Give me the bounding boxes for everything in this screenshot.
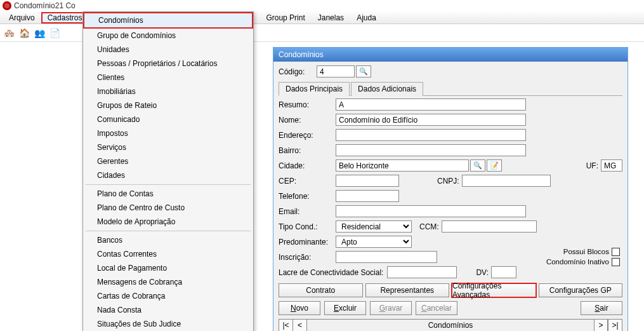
telefone-input[interactable] (336, 190, 399, 202)
email-label: Email: (279, 207, 336, 216)
codigo-input[interactable] (317, 65, 355, 78)
lacre-input[interactable] (387, 266, 457, 278)
app-icon (3, 1, 11, 10)
email-input[interactable] (336, 205, 526, 217)
bairro-label: Bairro: (279, 146, 336, 155)
nav-first-button[interactable]: |< (279, 320, 293, 331)
predominante-select[interactable]: Apto (336, 236, 412, 248)
condominio-inativo-checkbox[interactable] (612, 258, 620, 266)
config-gp-button[interactable]: Configurações GP (539, 283, 623, 297)
nav-prev-button[interactable]: < (293, 320, 307, 331)
window-title-bar: Condomínio21 Co (0, 0, 644, 11)
menu-item[interactable]: Bancos (83, 233, 253, 247)
config-avancadas-button[interactable]: Configurações Avançadas (452, 283, 536, 297)
lacre-label: Lacre de Conectividade Social: (279, 268, 383, 277)
inscricao-input[interactable] (336, 251, 437, 263)
codigo-label: Código: (279, 67, 317, 76)
menu-group-print[interactable]: Group Print (260, 12, 311, 24)
condominios-window: Condomínios Código: 🔍 Dados Principais D… (273, 47, 628, 331)
menu-arquivo[interactable]: Arquivo (3, 12, 41, 24)
uf-input[interactable] (601, 159, 622, 172)
menu-item[interactable]: Grupo de Condomínios (83, 29, 253, 43)
ccm-input[interactable] (442, 220, 537, 233)
resumo-input[interactable] (336, 98, 526, 111)
cadastros-dropdown: Condomínios Grupo de Condomínios Unidade… (82, 11, 254, 331)
menu-item[interactable]: Comunicado (83, 112, 253, 126)
representantes-button[interactable]: Representantes (365, 283, 450, 297)
cep-label: CEP: (279, 177, 336, 186)
excluir-button[interactable]: Excluir (324, 301, 366, 315)
menu-item[interactable]: Nada Consta (83, 303, 253, 317)
menu-item[interactable]: Plano de Contas (83, 187, 253, 201)
tab-dados-adicionais[interactable]: Dados Adicionais (351, 82, 423, 96)
menu-item[interactable]: Cidades (83, 168, 253, 182)
child-window-title: Condomínios (273, 48, 628, 62)
telefone-label: Telefone: (279, 192, 336, 201)
menu-item[interactable]: Situações de Sub Judice (83, 317, 253, 331)
endereco-label: Endereço: (279, 131, 336, 140)
tipo-select[interactable]: Residencial (336, 220, 412, 233)
uf-label: UF: (586, 161, 598, 170)
cnpj-input[interactable] (462, 175, 551, 187)
menu-item-condominios[interactable]: Condomínios (83, 12, 253, 29)
contrato-button[interactable]: Contrato (279, 283, 363, 297)
check-block: Possui Blocos Condomínio Inativo (546, 247, 620, 267)
predominante-label: Predominante: (279, 238, 336, 247)
dv-input[interactable] (491, 266, 516, 278)
menu-item[interactable]: Modelo de Apropriação (83, 215, 253, 229)
novo-button[interactable]: Novo (279, 301, 320, 315)
toolbar-icon-house[interactable]: 🏠 (18, 27, 30, 39)
menu-item[interactable]: Plano de Centro de Custo (83, 201, 253, 215)
menu-janelas[interactable]: Janelas (312, 12, 350, 24)
menu-item[interactable]: Clientes (83, 71, 253, 84)
record-navigator: |< < Condomínios > >| (279, 319, 622, 331)
cnpj-label: CNPJ: (437, 177, 459, 186)
possui-blocos-label: Possui Blocos (563, 248, 609, 255)
dv-label: DV: (476, 268, 489, 277)
resumo-label: Resumo: (279, 100, 336, 109)
endereco-input[interactable] (336, 129, 526, 141)
cidade-edit-icon[interactable]: 📝 (487, 159, 502, 172)
window-title: Condomínio21 Co (14, 1, 76, 10)
cancelar-button[interactable]: Cancelar (416, 301, 457, 315)
tipo-label: Tipo Cond.: (279, 222, 336, 231)
menu-item[interactable]: Grupos de Rateio (83, 98, 253, 112)
possui-blocos-checkbox[interactable] (612, 248, 620, 256)
toolbar-icon-buildings[interactable]: 🏘️ (3, 27, 15, 39)
nav-last-button[interactable]: >| (608, 320, 622, 331)
condominio-inativo-label: Condomínio Inativo (546, 258, 609, 266)
codigo-search-icon[interactable]: 🔍 (356, 65, 371, 78)
menu-item[interactable]: Local de Pagamento (83, 261, 253, 275)
menu-item[interactable]: Imobiliárias (83, 84, 253, 98)
ccm-label: CCM: (419, 222, 439, 231)
tabs: Dados Principais Dados Adicionais (279, 81, 622, 96)
cidade-search-icon[interactable]: 🔍 (470, 159, 485, 172)
cep-input[interactable] (336, 175, 399, 187)
nome-label: Nome: (279, 116, 336, 125)
menu-item[interactable]: Unidades (83, 43, 253, 57)
menu-item[interactable]: Serviços (83, 140, 253, 154)
menu-item[interactable]: Pessoas / Proprietários / Locatários (83, 57, 253, 71)
tab-dados-principais[interactable]: Dados Principais (279, 82, 350, 96)
menu-item[interactable]: Mensagens de Cobrança (83, 275, 253, 289)
nav-title: Condomínios (307, 320, 594, 331)
cidade-label: Cidade: (279, 161, 336, 170)
toolbar-icon-doc[interactable]: 📄 (48, 27, 61, 39)
cidade-input[interactable] (336, 159, 469, 172)
menu-item[interactable]: Cartas de Cobrança (83, 289, 253, 303)
sair-button[interactable]: Sair (581, 301, 622, 315)
gravar-button[interactable]: Gravar (370, 301, 412, 315)
inscricao-label: Inscrição: (279, 253, 336, 262)
menu-item[interactable]: Contas Correntes (83, 247, 253, 261)
nome-input[interactable] (336, 114, 526, 126)
bairro-input[interactable] (336, 144, 526, 156)
toolbar-icon-people[interactable]: 👥 (33, 27, 46, 39)
menu-ajuda[interactable]: Ajuda (350, 12, 383, 24)
menu-item[interactable]: Gerentes (83, 154, 253, 168)
nav-next-button[interactable]: > (594, 320, 608, 331)
menu-cadastros[interactable]: Cadastros (41, 12, 89, 24)
menu-item[interactable]: Impostos (83, 126, 253, 140)
